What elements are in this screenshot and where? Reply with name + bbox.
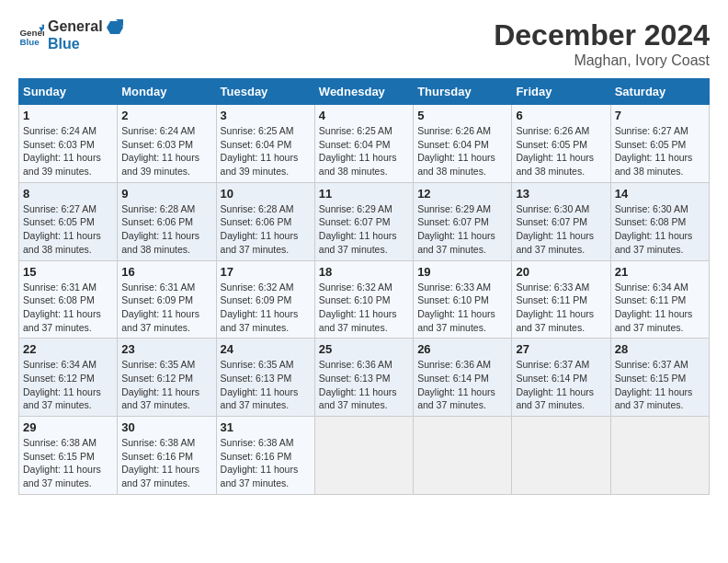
calendar-cell (414, 417, 512, 495)
calendar-cell: 25 Sunrise: 6:36 AMSunset: 6:13 PMDaylig… (314, 339, 413, 417)
calendar-cell: 11 Sunrise: 6:29 AMSunset: 6:07 PMDaylig… (314, 182, 413, 260)
day-detail: Sunrise: 6:36 AMSunset: 6:13 PMDaylight:… (319, 358, 409, 412)
page-header: General Blue General Blue December 2024 … (18, 18, 710, 69)
day-number: 18 (319, 265, 409, 279)
day-number: 14 (615, 187, 705, 201)
day-detail: Sunrise: 6:24 AMSunset: 6:03 PMDaylight:… (23, 124, 113, 178)
day-number: 11 (319, 187, 409, 201)
day-number: 7 (615, 109, 705, 122)
col-header-saturday: Saturday (610, 79, 709, 105)
day-number: 9 (121, 187, 211, 201)
day-detail: Sunrise: 6:38 AMSunset: 6:16 PMDaylight:… (121, 436, 211, 490)
day-number: 25 (319, 342, 409, 356)
calendar-cell: 27 Sunrise: 6:37 AMSunset: 6:14 PMDaylig… (512, 339, 610, 417)
calendar-cell: 31 Sunrise: 6:38 AMSunset: 6:16 PMDaylig… (216, 417, 314, 495)
calendar-cell: 21 Sunrise: 6:34 AMSunset: 6:11 PMDaylig… (610, 260, 709, 339)
calendar-cell: 2 Sunrise: 6:24 AMSunset: 6:03 PMDayligh… (118, 105, 216, 183)
calendar-cell: 17 Sunrise: 6:32 AMSunset: 6:09 PMDaylig… (216, 260, 314, 339)
day-detail: Sunrise: 6:28 AMSunset: 6:06 PMDaylight:… (221, 202, 311, 257)
calendar-cell: 14 Sunrise: 6:30 AMSunset: 6:08 PMDaylig… (610, 182, 709, 260)
col-header-sunday: Sunday (19, 79, 118, 105)
day-number: 3 (221, 109, 311, 122)
col-header-monday: Monday (118, 79, 216, 105)
day-number: 31 (221, 420, 311, 434)
day-detail: Sunrise: 6:30 AMSunset: 6:07 PMDaylight:… (516, 202, 606, 257)
calendar-cell: 28 Sunrise: 6:37 AMSunset: 6:15 PMDaylig… (610, 339, 709, 417)
day-detail: Sunrise: 6:32 AMSunset: 6:09 PMDaylight:… (221, 281, 311, 335)
calendar-week-4: 22 Sunrise: 6:34 AMSunset: 6:12 PMDaylig… (19, 339, 710, 417)
day-detail: Sunrise: 6:29 AMSunset: 6:07 PMDaylight:… (319, 202, 409, 257)
calendar-cell: 6 Sunrise: 6:26 AMSunset: 6:05 PMDayligh… (512, 105, 610, 183)
day-detail: Sunrise: 6:31 AMSunset: 6:08 PMDaylight:… (23, 281, 113, 335)
day-detail: Sunrise: 6:33 AMSunset: 6:11 PMDaylight:… (516, 281, 606, 335)
day-detail: Sunrise: 6:38 AMSunset: 6:16 PMDaylight:… (221, 436, 311, 490)
day-detail: Sunrise: 6:25 AMSunset: 6:04 PMDaylight:… (221, 124, 311, 178)
calendar-cell: 29 Sunrise: 6:38 AMSunset: 6:15 PMDaylig… (19, 417, 118, 495)
logo-icon: General Blue (18, 22, 44, 48)
calendar-table: SundayMondayTuesdayWednesdayThursdayFrid… (18, 78, 710, 495)
day-number: 20 (516, 265, 606, 279)
col-header-thursday: Thursday (414, 79, 512, 105)
calendar-cell: 18 Sunrise: 6:32 AMSunset: 6:10 PMDaylig… (314, 260, 413, 339)
calendar-week-3: 15 Sunrise: 6:31 AMSunset: 6:08 PMDaylig… (19, 260, 710, 339)
calendar-cell: 16 Sunrise: 6:31 AMSunset: 6:09 PMDaylig… (118, 260, 216, 339)
day-number: 5 (417, 109, 507, 122)
day-number: 29 (23, 420, 113, 434)
calendar-week-1: 1 Sunrise: 6:24 AMSunset: 6:03 PMDayligh… (19, 105, 710, 183)
day-number: 22 (23, 342, 113, 356)
day-number: 6 (516, 109, 606, 122)
day-number: 27 (516, 342, 606, 356)
day-number: 4 (319, 109, 409, 122)
calendar-week-5: 29 Sunrise: 6:38 AMSunset: 6:15 PMDaylig… (19, 417, 710, 495)
calendar-cell: 20 Sunrise: 6:33 AMSunset: 6:11 PMDaylig… (512, 260, 610, 339)
location-subtitle: Maghan, Ivory Coast (494, 52, 710, 69)
day-number: 19 (417, 265, 507, 279)
day-detail: Sunrise: 6:35 AMSunset: 6:12 PMDaylight:… (121, 358, 211, 412)
calendar-cell: 13 Sunrise: 6:30 AMSunset: 6:07 PMDaylig… (512, 182, 610, 260)
logo-arrow-icon (107, 19, 123, 36)
day-number: 10 (221, 187, 311, 201)
month-title: December 2024 (494, 18, 710, 52)
day-detail: Sunrise: 6:33 AMSunset: 6:10 PMDaylight:… (417, 281, 507, 335)
day-number: 21 (615, 265, 705, 279)
calendar-cell: 30 Sunrise: 6:38 AMSunset: 6:16 PMDaylig… (118, 417, 216, 495)
day-detail: Sunrise: 6:30 AMSunset: 6:08 PMDaylight:… (615, 202, 705, 257)
day-number: 16 (121, 265, 211, 279)
day-detail: Sunrise: 6:34 AMSunset: 6:11 PMDaylight:… (615, 281, 705, 335)
day-detail: Sunrise: 6:27 AMSunset: 6:05 PMDaylight:… (615, 124, 705, 178)
calendar-cell: 1 Sunrise: 6:24 AMSunset: 6:03 PMDayligh… (19, 105, 118, 183)
col-header-tuesday: Tuesday (216, 79, 314, 105)
calendar-week-2: 8 Sunrise: 6:27 AMSunset: 6:05 PMDayligh… (19, 182, 710, 260)
calendar-cell: 12 Sunrise: 6:29 AMSunset: 6:07 PMDaylig… (414, 182, 512, 260)
day-detail: Sunrise: 6:25 AMSunset: 6:04 PMDaylight:… (319, 124, 409, 178)
day-number: 8 (23, 187, 113, 201)
calendar-cell: 10 Sunrise: 6:28 AMSunset: 6:06 PMDaylig… (216, 182, 314, 260)
svg-text:Blue: Blue (19, 38, 40, 48)
calendar-cell: 26 Sunrise: 6:36 AMSunset: 6:14 PMDaylig… (414, 339, 512, 417)
logo: General Blue General Blue (18, 18, 123, 52)
day-number: 17 (221, 265, 311, 279)
day-detail: Sunrise: 6:38 AMSunset: 6:15 PMDaylight:… (23, 436, 113, 490)
calendar-cell: 24 Sunrise: 6:35 AMSunset: 6:13 PMDaylig… (216, 339, 314, 417)
calendar-cell (314, 417, 413, 495)
day-detail: Sunrise: 6:27 AMSunset: 6:05 PMDaylight:… (23, 202, 113, 257)
day-detail: Sunrise: 6:26 AMSunset: 6:04 PMDaylight:… (417, 124, 507, 178)
calendar-cell: 5 Sunrise: 6:26 AMSunset: 6:04 PMDayligh… (414, 105, 512, 183)
calendar-cell (512, 417, 610, 495)
day-detail: Sunrise: 6:37 AMSunset: 6:15 PMDaylight:… (615, 358, 705, 412)
col-header-wednesday: Wednesday (314, 79, 413, 105)
calendar-cell: 4 Sunrise: 6:25 AMSunset: 6:04 PMDayligh… (314, 105, 413, 183)
day-number: 15 (23, 265, 113, 279)
day-detail: Sunrise: 6:34 AMSunset: 6:12 PMDaylight:… (23, 358, 113, 412)
title-block: December 2024 Maghan, Ivory Coast (494, 18, 710, 69)
day-detail: Sunrise: 6:31 AMSunset: 6:09 PMDaylight:… (121, 281, 211, 335)
day-detail: Sunrise: 6:35 AMSunset: 6:13 PMDaylight:… (221, 358, 311, 412)
calendar-cell: 3 Sunrise: 6:25 AMSunset: 6:04 PMDayligh… (216, 105, 314, 183)
calendar-cell: 15 Sunrise: 6:31 AMSunset: 6:08 PMDaylig… (19, 260, 118, 339)
day-number: 28 (615, 342, 705, 356)
day-detail: Sunrise: 6:36 AMSunset: 6:14 PMDaylight:… (417, 358, 507, 412)
day-number: 12 (417, 187, 507, 201)
calendar-cell: 22 Sunrise: 6:34 AMSunset: 6:12 PMDaylig… (19, 339, 118, 417)
day-detail: Sunrise: 6:29 AMSunset: 6:07 PMDaylight:… (417, 202, 507, 257)
day-detail: Sunrise: 6:32 AMSunset: 6:10 PMDaylight:… (319, 281, 409, 335)
